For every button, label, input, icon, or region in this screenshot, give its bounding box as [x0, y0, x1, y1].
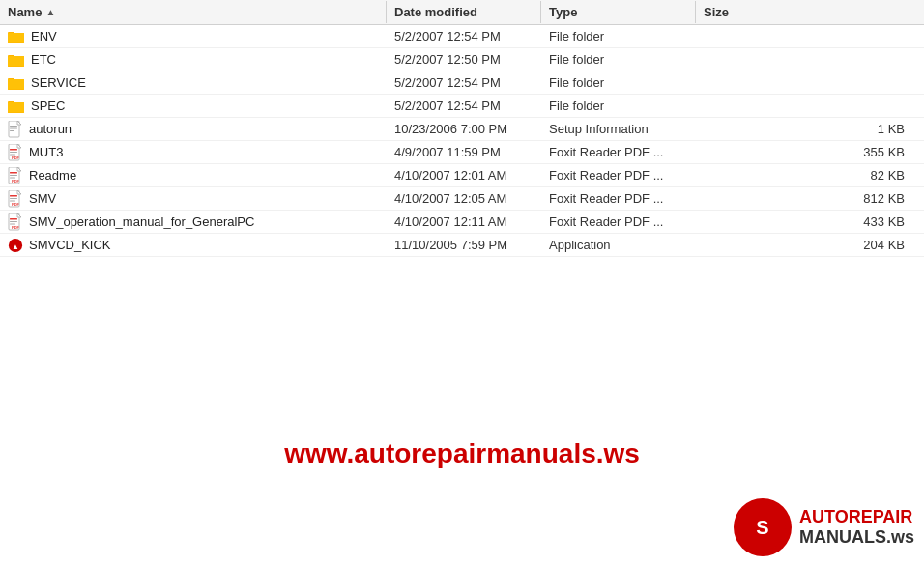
file-name: ETC [31, 52, 56, 67]
cell-size [696, 81, 924, 85]
column-header-row: Name ▲ Date modified Type Size [0, 0, 924, 25]
table-row[interactable]: ▲ SMVCD_KICK 11/10/2005 7:59 PM Applicat… [0, 234, 924, 257]
svg-rect-19 [10, 126, 17, 127]
svg-text:▲: ▲ [12, 241, 19, 250]
cell-name: SPEC [0, 97, 387, 115]
folder-icon [8, 30, 25, 43]
cell-date: 4/10/2007 12:11 AM [387, 212, 541, 231]
cell-size: 1 KB [696, 120, 924, 138]
folder-icon [8, 53, 25, 67]
cell-date: 4/9/2007 11:59 PM [387, 143, 541, 161]
svg-rect-32 [10, 172, 17, 174]
cell-type: File folder [541, 97, 696, 115]
cell-date: 5/2/2007 12:50 PM [387, 50, 541, 69]
app-icon: ▲ [8, 237, 23, 254]
cell-type: File folder [541, 50, 696, 69]
file-name: MUT3 [29, 145, 63, 159]
cell-date: 11/10/2005 7:59 PM [387, 236, 541, 254]
cell-size: 812 KB [696, 189, 924, 208]
cell-size: 433 KB [696, 212, 924, 231]
cell-date: 5/2/2007 12:54 PM [387, 97, 541, 115]
svg-text:PDF: PDF [12, 156, 20, 160]
cell-name: PDF SMV [0, 188, 387, 210]
file-name: SPEC [31, 99, 65, 113]
table-row[interactable]: PDF MUT3 4/9/2007 11:59 PM Foxit Reader … [0, 141, 924, 164]
file-name: SMVCD_KICK [29, 238, 111, 252]
svg-text:PDF: PDF [12, 179, 20, 184]
svg-rect-7 [8, 56, 24, 67]
table-row[interactable]: autorun 10/23/2006 7:00 PM Setup Informa… [0, 118, 924, 141]
file-name: Readme [29, 168, 76, 183]
cell-size [696, 104, 924, 108]
cell-type: Foxit Reader PDF ... [541, 212, 696, 231]
cell-date: 4/10/2007 12:05 AM [387, 189, 541, 208]
table-row[interactable]: PDF Readme 4/10/2007 12:01 AM Foxit Read… [0, 164, 924, 187]
cell-size: 355 KB [696, 143, 924, 161]
file-name: SMV [29, 191, 56, 206]
pdf-icon: PDF [8, 213, 23, 231]
svg-rect-15 [8, 102, 24, 113]
table-row[interactable]: SERVICE 5/2/2007 12:54 PM File folder [0, 71, 924, 95]
file-name: autorun [29, 122, 72, 136]
cell-name: autorun [0, 119, 387, 140]
svg-rect-20 [10, 127, 17, 128]
col-size-header[interactable]: Size [696, 1, 924, 23]
cell-name: ▲ SMVCD_KICK [0, 235, 387, 256]
table-row[interactable]: PDF SMV_operation_manual_for_GeneralPC 4… [0, 211, 924, 234]
svg-rect-46 [10, 218, 17, 220]
col-name-header[interactable]: Name ▲ [0, 1, 387, 23]
cell-name: ENV [0, 27, 387, 45]
cell-type: File folder [541, 73, 696, 92]
cell-date: 5/2/2007 12:54 PM [387, 73, 541, 92]
file-explorer: Name ▲ Date modified Type Size ENV 5/2/2… [0, 0, 924, 566]
cell-name: PDF Readme [0, 165, 387, 186]
cell-type: Foxit Reader PDF ... [541, 143, 696, 161]
table-row[interactable]: PDF SMV 4/10/2007 12:05 AM Foxit Reader … [0, 187, 924, 211]
cell-date: 5/2/2007 12:54 PM [387, 27, 541, 45]
svg-rect-21 [10, 130, 14, 131]
svg-rect-3 [8, 33, 24, 43]
pdf-icon: PDF [8, 190, 23, 208]
folder-icon [8, 99, 25, 113]
table-row[interactable]: ETC 5/2/2007 12:50 PM File folder [0, 48, 924, 71]
file-name: SMV_operation_manual_for_GeneralPC [29, 214, 254, 229]
pdf-icon: PDF [8, 167, 23, 184]
file-name: ENV [31, 29, 57, 43]
cell-date: 4/10/2007 12:01 AM [387, 166, 541, 184]
cell-name: PDF MUT3 [0, 142, 387, 163]
cell-type: Foxit Reader PDF ... [541, 189, 696, 208]
cell-type: Application [541, 236, 696, 254]
cell-date: 10/23/2006 7:00 PM [387, 120, 541, 138]
col-date-header[interactable]: Date modified [387, 1, 541, 23]
file-list: ENV 5/2/2007 12:54 PM File folder ETC 5/… [0, 25, 924, 566]
sort-arrow-icon: ▲ [45, 7, 55, 17]
svg-rect-33 [10, 175, 17, 176]
col-type-label: Type [549, 5, 577, 19]
cell-name: SERVICE [0, 73, 387, 92]
svg-rect-26 [10, 152, 17, 153]
svg-text:PDF: PDF [12, 202, 20, 207]
col-size-label: Size [704, 5, 729, 19]
pdf-icon: PDF [8, 144, 23, 161]
svg-text:PDF: PDF [12, 225, 20, 230]
col-name-label: Name [8, 5, 42, 19]
svg-rect-25 [10, 149, 17, 151]
svg-rect-47 [10, 221, 17, 222]
cell-name: PDF SMV_operation_manual_for_GeneralPC [0, 212, 387, 233]
table-row[interactable]: ENV 5/2/2007 12:54 PM File folder [0, 25, 924, 48]
col-type-header[interactable]: Type [541, 1, 696, 23]
cell-size: 82 KB [696, 166, 924, 184]
svg-rect-39 [10, 195, 17, 197]
cell-size: 204 KB [696, 236, 924, 254]
cell-size [696, 58, 924, 62]
cell-type: Foxit Reader PDF ... [541, 166, 696, 184]
folder-icon [8, 76, 25, 90]
svg-rect-40 [10, 198, 17, 199]
cell-type: Setup Information [541, 120, 696, 138]
setup-icon [8, 121, 23, 138]
col-date-label: Date modified [394, 5, 477, 19]
cell-type: File folder [541, 27, 696, 45]
table-row[interactable]: SPEC 5/2/2007 12:54 PM File folder [0, 95, 924, 118]
svg-rect-11 [8, 79, 24, 90]
file-name: SERVICE [31, 75, 86, 90]
